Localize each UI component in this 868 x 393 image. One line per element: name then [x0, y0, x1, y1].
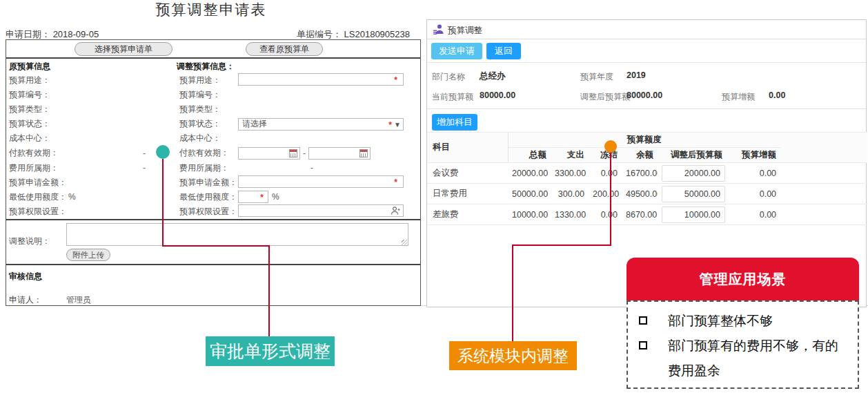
orig-expense-period-label: 费用所属期：	[9, 162, 68, 174]
add-person-icon[interactable]	[391, 206, 400, 215]
cell-balance: 49500.00	[622, 184, 658, 204]
list-item: 部门预算整体不够	[636, 309, 849, 334]
cell-frozen: 200.00	[589, 184, 622, 204]
budget-increase-value: 0.00	[769, 90, 785, 100]
row-purpose: 预算用途： 预算用途： *	[9, 73, 415, 88]
adjusted-budget-input[interactable]	[662, 186, 725, 202]
col-group-header-quota: 预算额度	[508, 133, 780, 148]
page-title: 预算调整申请表	[0, 0, 422, 19]
table-row: 差旅费 10000.00 1330.00 0.00 8670.00 0.00	[427, 204, 867, 225]
cell-frozen: 0.00	[589, 163, 622, 184]
adjusted-budget-input[interactable]	[662, 165, 725, 182]
status-select[interactable]: 请选择 * ▼	[238, 118, 404, 131]
module-title: 预算调整	[448, 25, 482, 37]
adj-pay-period-label: 付款有效期：	[177, 147, 238, 159]
callout-line	[512, 245, 513, 341]
module-header: 预算调整	[427, 20, 866, 39]
adjusted-budget-input[interactable]	[662, 207, 725, 223]
col-header-balance: 余额	[622, 148, 658, 163]
adj-min-usage-label: 最低使用额度：	[177, 191, 238, 203]
scenario-item-text: 部门预算有的费用不够，有的费用盈余	[668, 334, 840, 383]
orig-expense-period-value: -	[143, 163, 146, 173]
back-button[interactable]: 返回	[486, 43, 521, 59]
cell-total: 50000.00	[508, 184, 551, 204]
cell-balance: 16700.00	[622, 163, 658, 184]
adj-min-usage-suffix: %	[272, 192, 279, 202]
col-header-subject: 科目	[427, 133, 508, 163]
budget-adjust-form: 选择预算申请单 查看原预算单 原预算信息 调整预算信息： 预算用途： 预算用途：…	[6, 39, 421, 306]
management-scenario-box: 管理应用场景 部门预算整体不够 部门预算有的费用不够，有的费用盈余	[627, 258, 859, 389]
audit-header: 审核信息	[9, 271, 42, 282]
row-permission: 预算权限设置： 预算权限设置：	[9, 204, 415, 219]
callout-line	[610, 153, 611, 246]
send-application-button[interactable]: 发送申请	[431, 43, 482, 59]
note-label: 调整说明：	[9, 236, 50, 247]
purpose-input[interactable]: *	[238, 73, 404, 86]
chevron-down-icon: ▼	[394, 121, 401, 128]
adj-number-label: 预算编号：	[177, 89, 238, 101]
adjusted-budget-value: 80000.00	[627, 90, 662, 100]
textarea-resize-grip[interactable]	[402, 240, 407, 245]
row-type: 预算类型： 预算类型：	[9, 102, 415, 117]
cell-subject: 会议费	[427, 163, 508, 184]
calendar-icon[interactable]	[359, 149, 368, 157]
square-bullet-icon	[639, 341, 647, 349]
apply-date-value: 2018-09-05	[53, 29, 99, 39]
callout-line	[162, 159, 164, 246]
current-budget-value: 80000.00	[480, 90, 515, 100]
add-subject-button[interactable]: 增加科目	[432, 114, 477, 131]
module-toolbar: 发送申请 返回	[427, 39, 866, 63]
slide-canvas: 预算调整申请表 申请日期： 2018-09-05 单据编号： LS2018090…	[0, 0, 868, 393]
callout-line	[512, 245, 611, 246]
doc-no-value: LS20180905238	[344, 29, 410, 39]
orig-status-label: 预算状态：	[9, 118, 68, 130]
audit-section: 审核信息 申请人： 管理员	[6, 265, 420, 305]
orig-number-label: 预算编号：	[9, 89, 68, 101]
required-asterisk: *	[394, 75, 397, 85]
view-original-budget-button[interactable]: 查看原预算单	[246, 42, 323, 56]
cell-subject: 日常费用	[427, 184, 508, 204]
cell-increase: 0.00	[727, 184, 780, 204]
year-label: 预算年度	[580, 71, 613, 83]
cell-subject: 差旅费	[427, 204, 508, 225]
orig-cost-center-label: 成本中心：	[9, 133, 68, 144]
row-pay-period: 付款有效期： - 付款有效期： -	[9, 146, 415, 160]
budget-increase-label: 预算增额	[722, 91, 755, 103]
select-budget-apply-button[interactable]: 选择预算申请单	[75, 42, 172, 56]
square-bullet-icon	[639, 316, 647, 325]
table-row: 会议费 20000.00 3300.00 0.00 16700.00 0.00	[427, 163, 867, 184]
adjust-info-header: 调整预算信息：	[177, 61, 415, 73]
adj-type-label: 预算类型：	[177, 104, 238, 115]
adj-expense-period-value: -	[310, 163, 313, 173]
year-value: 2019	[627, 70, 646, 80]
doc-no-label: 单据编号：	[297, 29, 342, 39]
applicant-label: 申请人：	[9, 294, 42, 306]
apply-date-label: 申请日期：	[6, 29, 50, 39]
current-budget-label: 当前预算额	[432, 91, 473, 103]
orig-info-header: 原预算信息	[9, 61, 177, 73]
cell-spent: 300.00	[551, 184, 589, 204]
attachment-upload-button[interactable]: 附件上传	[66, 249, 110, 261]
col-header-increase: 预算增额	[727, 148, 780, 163]
min-usage-input[interactable]: *	[238, 191, 268, 203]
adj-purpose-label: 预算用途：	[177, 75, 238, 86]
adj-cost-center-label: 成本中心：	[177, 133, 238, 144]
col-header-adjusted: 调整后预算额	[658, 148, 727, 163]
form-fields: 原预算信息 调整预算信息： 预算用途： 预算用途： * 预算编号： 预算编号： …	[6, 59, 420, 220]
row-apply-amount: 预算申请金额： 预算申请金额： *	[9, 175, 415, 190]
calendar-icon[interactable]	[289, 149, 297, 157]
orig-type-label: 预算类型：	[9, 104, 68, 115]
adjusted-budget-label: 调整后预算额	[580, 91, 630, 103]
pay-period-start-input[interactable]	[238, 147, 300, 160]
apply-amount-input[interactable]: *	[238, 175, 404, 188]
orig-min-usage-suffix: %	[68, 192, 76, 202]
scenario-list: 部门预算整体不够 部门预算有的费用不够，有的费用盈余	[627, 300, 859, 389]
callout-line	[162, 245, 270, 247]
pay-period-end-input[interactable]	[308, 147, 371, 160]
note-textarea[interactable]	[66, 223, 408, 246]
permission-input[interactable]	[238, 204, 404, 217]
adj-expense-period-label: 费用所属期：	[177, 162, 238, 174]
cell-increase: 0.00	[727, 204, 780, 225]
adj-permission-label: 预算权限设置：	[177, 206, 238, 218]
applicant-value: 管理员	[66, 294, 91, 306]
